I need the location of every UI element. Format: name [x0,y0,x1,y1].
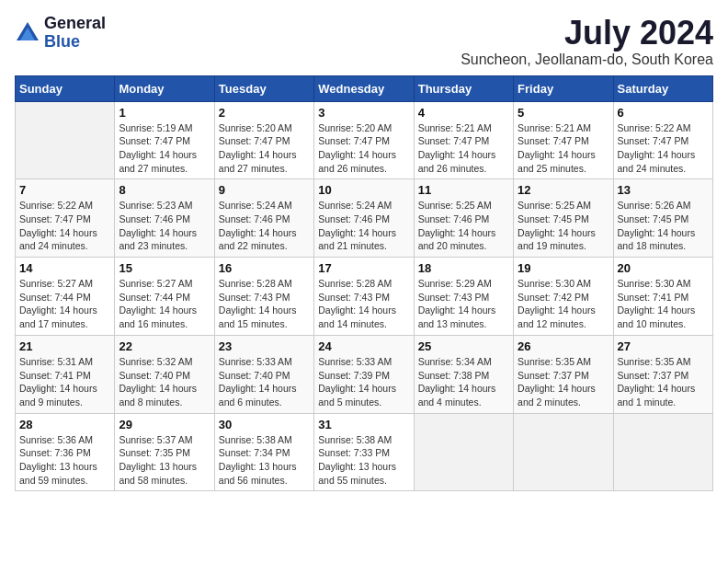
logo-general-text: General [44,14,106,32]
day-number: 7 [19,183,110,197]
main-title: July 2024 [461,15,713,52]
day-info: Sunrise: 5:27 AM Sunset: 7:44 PM Dayligh… [19,277,110,331]
calendar-cell: 6Sunrise: 5:22 AM Sunset: 7:47 PM Daylig… [613,101,712,179]
column-header-monday: Monday [115,75,214,101]
day-number: 22 [119,339,210,353]
calendar-cell: 31Sunrise: 5:38 AM Sunset: 7:33 PM Dayli… [314,413,414,491]
calendar-cell: 17Sunrise: 5:28 AM Sunset: 7:43 PM Dayli… [314,258,414,336]
day-info: Sunrise: 5:37 AM Sunset: 7:35 PM Dayligh… [119,433,210,488]
calendar-cell: 4Sunrise: 5:21 AM Sunset: 7:47 PM Daylig… [414,101,513,179]
day-info: Sunrise: 5:25 AM Sunset: 7:46 PM Dayligh… [418,199,509,253]
day-number: 3 [318,106,409,120]
day-info: Sunrise: 5:20 AM Sunset: 7:47 PM Dayligh… [219,121,310,176]
day-info: Sunrise: 5:24 AM Sunset: 7:46 PM Dayligh… [318,199,409,253]
day-info: Sunrise: 5:28 AM Sunset: 7:43 PM Dayligh… [219,277,310,331]
calendar-cell: 22Sunrise: 5:32 AM Sunset: 7:40 PM Dayli… [115,335,214,413]
calendar-cell: 14Sunrise: 5:27 AM Sunset: 7:44 PM Dayli… [16,258,115,336]
day-info: Sunrise: 5:30 AM Sunset: 7:42 PM Dayligh… [518,277,609,331]
day-info: Sunrise: 5:34 AM Sunset: 7:38 PM Dayligh… [418,355,509,409]
day-number: 12 [518,183,609,197]
day-number: 25 [418,339,509,353]
week-row-1: 1Sunrise: 5:19 AM Sunset: 7:47 PM Daylig… [16,101,713,179]
calendar-cell [613,413,712,491]
column-header-tuesday: Tuesday [214,75,313,101]
calendar-cell: 21Sunrise: 5:31 AM Sunset: 7:41 PM Dayli… [16,335,115,413]
day-number: 27 [618,339,709,353]
calendar-cell: 20Sunrise: 5:30 AM Sunset: 7:41 PM Dayli… [613,258,712,336]
day-info: Sunrise: 5:28 AM Sunset: 7:43 PM Dayligh… [318,277,409,331]
week-row-4: 21Sunrise: 5:31 AM Sunset: 7:41 PM Dayli… [16,335,713,413]
day-info: Sunrise: 5:35 AM Sunset: 7:37 PM Dayligh… [618,355,709,409]
day-info: Sunrise: 5:26 AM Sunset: 7:45 PM Dayligh… [618,199,709,253]
day-info: Sunrise: 5:21 AM Sunset: 7:47 PM Dayligh… [518,121,609,176]
day-number: 6 [618,106,709,120]
day-number: 5 [518,106,609,120]
calendar-cell [514,413,613,491]
calendar-cell: 2Sunrise: 5:20 AM Sunset: 7:47 PM Daylig… [214,101,313,179]
day-info: Sunrise: 5:19 AM Sunset: 7:47 PM Dayligh… [119,121,210,176]
day-number: 21 [19,339,110,353]
day-info: Sunrise: 5:20 AM Sunset: 7:47 PM Dayligh… [318,121,409,176]
calendar-cell: 7Sunrise: 5:22 AM Sunset: 7:47 PM Daylig… [16,179,115,258]
calendar-cell: 25Sunrise: 5:34 AM Sunset: 7:38 PM Dayli… [414,335,513,413]
title-block: July 2024 Suncheon, Jeollanam-do, South … [461,15,713,68]
calendar-cell: 5Sunrise: 5:21 AM Sunset: 7:47 PM Daylig… [514,101,613,179]
day-number: 8 [119,183,210,197]
day-number: 26 [518,339,609,353]
day-info: Sunrise: 5:29 AM Sunset: 7:43 PM Dayligh… [418,277,509,331]
logo: General Blue [15,15,106,52]
day-info: Sunrise: 5:38 AM Sunset: 7:34 PM Dayligh… [219,433,310,488]
subtitle: Suncheon, Jeollanam-do, South Korea [461,52,713,68]
day-number: 14 [19,261,110,275]
calendar-cell: 1Sunrise: 5:19 AM Sunset: 7:47 PM Daylig… [115,101,214,179]
day-number: 15 [119,261,210,275]
day-info: Sunrise: 5:33 AM Sunset: 7:40 PM Dayligh… [219,355,310,409]
day-number: 18 [418,261,509,275]
calendar-cell: 24Sunrise: 5:33 AM Sunset: 7:39 PM Dayli… [314,335,414,413]
calendar-cell: 15Sunrise: 5:27 AM Sunset: 7:44 PM Dayli… [115,258,214,336]
calendar-cell: 10Sunrise: 5:24 AM Sunset: 7:46 PM Dayli… [314,179,414,258]
calendar-table: SundayMondayTuesdayWednesdayThursdayFrid… [15,75,713,492]
calendar-cell: 19Sunrise: 5:30 AM Sunset: 7:42 PM Dayli… [514,258,613,336]
calendar-cell: 29Sunrise: 5:37 AM Sunset: 7:35 PM Dayli… [115,413,214,491]
day-info: Sunrise: 5:21 AM Sunset: 7:47 PM Dayligh… [418,121,509,176]
day-info: Sunrise: 5:22 AM Sunset: 7:47 PM Dayligh… [618,121,709,176]
calendar-cell: 28Sunrise: 5:36 AM Sunset: 7:36 PM Dayli… [16,413,115,491]
day-number: 24 [318,339,409,353]
week-row-2: 7Sunrise: 5:22 AM Sunset: 7:47 PM Daylig… [16,179,713,258]
calendar-cell: 18Sunrise: 5:29 AM Sunset: 7:43 PM Dayli… [414,258,513,336]
day-number: 20 [618,261,709,275]
day-info: Sunrise: 5:25 AM Sunset: 7:45 PM Dayligh… [518,199,609,253]
day-number: 13 [618,183,709,197]
week-row-5: 28Sunrise: 5:36 AM Sunset: 7:36 PM Dayli… [16,413,713,491]
calendar-cell: 26Sunrise: 5:35 AM Sunset: 7:37 PM Dayli… [514,335,613,413]
calendar-cell: 23Sunrise: 5:33 AM Sunset: 7:40 PM Dayli… [214,335,313,413]
calendar-cell: 30Sunrise: 5:38 AM Sunset: 7:34 PM Dayli… [214,413,313,491]
day-info: Sunrise: 5:31 AM Sunset: 7:41 PM Dayligh… [19,355,110,409]
calendar-cell [16,101,115,179]
calendar-cell: 16Sunrise: 5:28 AM Sunset: 7:43 PM Dayli… [214,258,313,336]
day-number: 17 [318,261,409,275]
calendar-cell [414,413,513,491]
calendar-cell: 27Sunrise: 5:35 AM Sunset: 7:37 PM Dayli… [613,335,712,413]
day-info: Sunrise: 5:33 AM Sunset: 7:39 PM Dayligh… [318,355,409,409]
day-info: Sunrise: 5:32 AM Sunset: 7:40 PM Dayligh… [119,355,210,409]
day-number: 11 [418,183,509,197]
calendar-cell: 11Sunrise: 5:25 AM Sunset: 7:46 PM Dayli… [414,179,513,258]
week-row-3: 14Sunrise: 5:27 AM Sunset: 7:44 PM Dayli… [16,258,713,336]
calendar-cell: 3Sunrise: 5:20 AM Sunset: 7:47 PM Daylig… [314,101,414,179]
column-header-friday: Friday [514,75,613,101]
logo-icon [15,20,40,46]
header: General Blue July 2024 Suncheon, Jeollan… [15,15,713,68]
day-number: 4 [418,106,509,120]
day-number: 10 [318,183,409,197]
calendar-cell: 9Sunrise: 5:24 AM Sunset: 7:46 PM Daylig… [214,179,313,258]
day-info: Sunrise: 5:24 AM Sunset: 7:46 PM Dayligh… [219,199,310,253]
day-info: Sunrise: 5:38 AM Sunset: 7:33 PM Dayligh… [318,433,409,488]
calendar-cell: 8Sunrise: 5:23 AM Sunset: 7:46 PM Daylig… [115,179,214,258]
day-number: 16 [219,261,310,275]
column-header-sunday: Sunday [16,75,115,101]
day-number: 28 [19,418,110,431]
day-number: 19 [518,261,609,275]
calendar-body: 1Sunrise: 5:19 AM Sunset: 7:47 PM Daylig… [16,101,713,491]
